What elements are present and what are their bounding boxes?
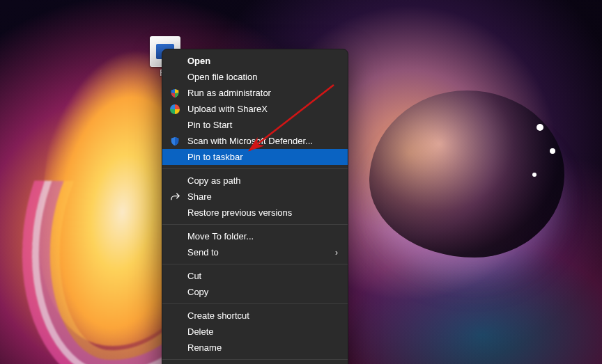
menu-separator <box>162 264 348 264</box>
menu-item-label: Move To folder... <box>187 231 338 242</box>
defender-shield-icon <box>168 136 182 146</box>
menu-item-upload-sharex[interactable]: Upload with ShareX <box>162 101 348 117</box>
share-icon <box>168 191 182 202</box>
menu-item-pin-to-start[interactable]: Pin to Start <box>162 117 348 133</box>
menu-item-label: Open <box>187 56 338 66</box>
sharex-icon <box>168 104 182 114</box>
menu-item-label: Run as administrator <box>187 88 338 98</box>
menu-item-label: Delete <box>187 326 338 337</box>
menu-item-run-as-admin[interactable]: Run as administrator <box>162 85 348 101</box>
menu-item-create-shortcut[interactable]: Create shortcut <box>162 308 348 324</box>
chevron-right-icon: › <box>330 248 338 258</box>
menu-item-send-to[interactable]: Send to› <box>162 244 348 260</box>
menu-item-restore-versions[interactable]: Restore previous versions <box>162 205 348 221</box>
menu-separator <box>162 224 348 225</box>
menu-item-label: Pin to Start <box>187 120 338 130</box>
menu-item-copy-as-path[interactable]: Copy as path <box>162 173 348 189</box>
uac-shield-icon <box>168 88 182 98</box>
menu-item-label: Rename <box>187 342 338 353</box>
menu-item-cut[interactable]: Cut <box>162 268 348 284</box>
context-menu: OpenOpen file locationRun as administrat… <box>162 49 348 364</box>
menu-item-label: Restore previous versions <box>187 207 338 218</box>
menu-item-move-to-folder[interactable]: Move To folder... <box>162 228 348 244</box>
menu-item-label: Open file location <box>187 72 338 82</box>
menu-separator <box>162 303 348 304</box>
menu-item-label: Create shortcut <box>187 310 338 321</box>
wallpaper-bubble <box>369 90 564 258</box>
menu-item-delete[interactable]: Delete <box>162 324 348 340</box>
menu-item-open-file-location[interactable]: Open file location <box>162 69 348 85</box>
menu-item-rename[interactable]: Rename <box>162 340 348 356</box>
menu-item-pin-to-taskbar[interactable]: Pin to taskbar <box>162 149 348 165</box>
menu-separator <box>162 168 348 169</box>
menu-item-label: Send to <box>187 247 330 258</box>
menu-item-label: Pin to taskbar <box>187 152 338 162</box>
menu-item-open[interactable]: Open <box>162 53 348 69</box>
menu-separator <box>162 359 348 360</box>
menu-item-label: Copy as path <box>187 175 338 186</box>
menu-item-label: Copy <box>187 287 338 297</box>
menu-item-share[interactable]: Share <box>162 189 348 205</box>
menu-item-label: Share <box>187 191 338 202</box>
menu-item-label: Cut <box>187 271 338 281</box>
menu-item-copy[interactable]: Copy <box>162 284 348 300</box>
menu-item-label: Upload with ShareX <box>187 104 338 114</box>
menu-item-scan-defender[interactable]: Scan with Microsoft Defender... <box>162 133 348 149</box>
menu-item-label: Scan with Microsoft Defender... <box>187 136 338 146</box>
